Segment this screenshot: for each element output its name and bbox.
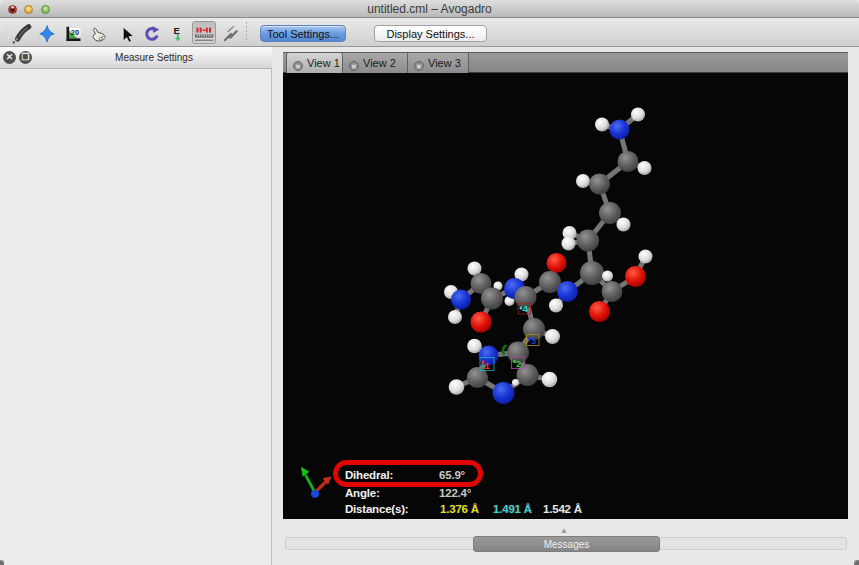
svg-text:20: 20 [71, 28, 79, 37]
svg-text:2: 2 [516, 358, 521, 369]
svg-text:E: E [174, 25, 180, 36]
svg-text:4: 4 [523, 303, 529, 314]
svg-text:1: 1 [485, 360, 491, 371]
svg-text:3: 3 [531, 335, 536, 346]
